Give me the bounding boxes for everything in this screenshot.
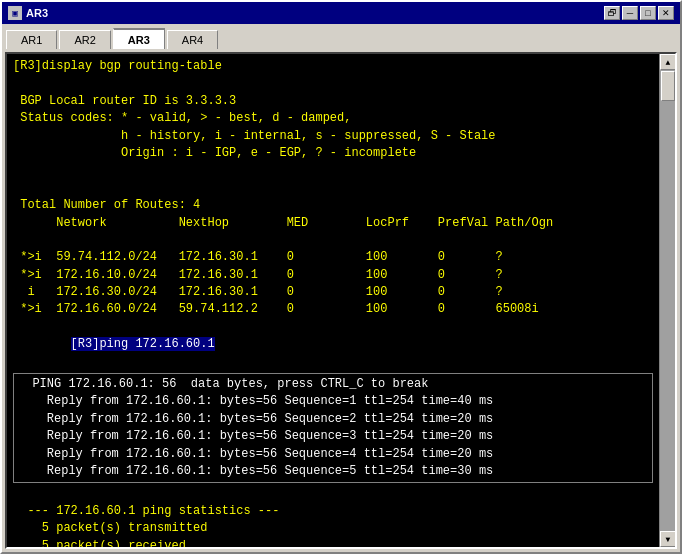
ping-reply-3: Reply from 172.16.60.1: bytes=56 Sequenc… (18, 428, 648, 445)
tab-bar: AR1 AR2 AR3 AR4 (2, 24, 680, 49)
scroll-thumb[interactable] (661, 71, 675, 101)
tab-ar2[interactable]: AR2 (59, 30, 110, 49)
main-window: ▣ AR3 🗗 ─ □ ✕ AR1 AR2 AR3 AR4 [R3]displa… (0, 0, 682, 554)
scrollbar[interactable]: ▲ ▼ (659, 54, 675, 547)
ping-reply-2: Reply from 172.16.60.1: bytes=56 Sequenc… (18, 411, 648, 428)
title-bar: ▣ AR3 🗗 ─ □ ✕ (2, 2, 680, 24)
table-header: Network NextHop MED LocPrf PrefVal Path/… (13, 215, 653, 232)
restore-button[interactable]: 🗗 (604, 6, 620, 20)
ping-reply-5: Reply from 172.16.60.1: bytes=56 Sequenc… (18, 463, 648, 480)
minimize-button[interactable]: ─ (622, 6, 638, 20)
ping-reply-4: Reply from 172.16.60.1: bytes=56 Sequenc… (18, 446, 648, 463)
status-codes-2: h - history, i - internal, s - suppresse… (13, 128, 653, 145)
app-icon: ▣ (8, 6, 22, 20)
close-button[interactable]: ✕ (658, 6, 674, 20)
scroll-up-button[interactable]: ▲ (660, 54, 676, 70)
terminal-container: [R3]display bgp routing-table BGP Local … (5, 52, 677, 549)
scroll-down-button[interactable]: ▼ (660, 531, 676, 547)
router-id-line: BGP Local router ID is 3.3.3.3 (13, 93, 653, 110)
ping-stats-header: --- 172.16.60.1 ping statistics --- (13, 503, 653, 520)
maximize-button[interactable]: □ (640, 6, 656, 20)
window-title: AR3 (26, 7, 48, 19)
blank-line-3 (13, 180, 653, 197)
scroll-track[interactable] (660, 70, 675, 531)
ping-reply-1: Reply from 172.16.60.1: bytes=56 Sequenc… (18, 393, 648, 410)
total-routes: Total Number of Routes: 4 (13, 197, 653, 214)
ping-prompt: [R3]ping 172.16.60.1 (71, 337, 215, 351)
ping-header: PING 172.16.60.1: 56 data bytes, press C… (18, 376, 648, 393)
route-1: *>i 59.74.112.0/24 172.16.30.1 0 100 0 ? (13, 249, 653, 266)
route-4: *>i 172.16.60.0/24 59.74.112.2 0 100 0 6… (13, 301, 653, 318)
terminal[interactable]: [R3]display bgp routing-table BGP Local … (7, 54, 659, 547)
status-codes-1: Status codes: * - valid, > - best, d - d… (13, 110, 653, 127)
tab-ar1[interactable]: AR1 (6, 30, 57, 49)
ping-received: 5 packet(s) received (13, 538, 653, 547)
blank-line-1 (13, 75, 653, 92)
route-2: *>i 172.16.10.0/24 172.16.30.1 0 100 0 ? (13, 267, 653, 284)
blank-line-2 (13, 162, 653, 179)
tab-ar4[interactable]: AR4 (167, 30, 218, 49)
tab-ar3[interactable]: AR3 (113, 28, 165, 49)
title-bar-left: ▣ AR3 (8, 6, 48, 20)
origin-line: Origin : i - IGP, e - EGP, ? - incomplet… (13, 145, 653, 162)
ping-command-line: [R3]ping 172.16.60.1 (13, 319, 653, 371)
route-3: i 172.16.30.0/24 172.16.30.1 0 100 0 ? (13, 284, 653, 301)
ping-transmitted: 5 packet(s) transmitted (13, 520, 653, 537)
title-controls: 🗗 ─ □ ✕ (604, 6, 674, 20)
cmd-line: [R3]display bgp routing-table (13, 58, 653, 75)
ping-output-box: PING 172.16.60.1: 56 data bytes, press C… (13, 373, 653, 483)
ping-blank (13, 485, 653, 502)
blank-line-4 (13, 232, 653, 249)
